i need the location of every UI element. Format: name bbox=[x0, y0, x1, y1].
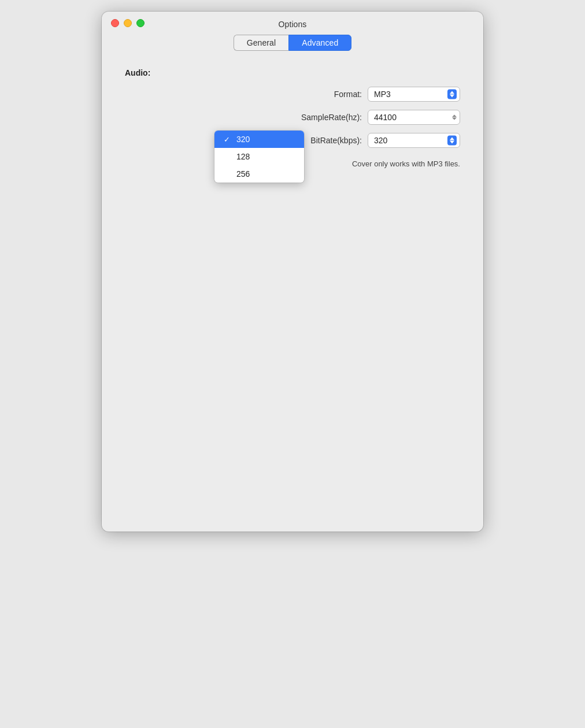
window-title: Options bbox=[279, 20, 307, 29]
bitrate-option-128[interactable]: 128 bbox=[214, 148, 304, 165]
bitrate-dropdown-menu[interactable]: ✓ 320 128 256 bbox=[214, 131, 304, 183]
minimize-button[interactable] bbox=[124, 19, 132, 27]
cover-note: Cover only works with MP3 files. bbox=[352, 159, 460, 168]
bitrate-option-256[interactable]: 256 bbox=[214, 165, 304, 183]
title-bar: Options bbox=[102, 12, 483, 35]
bitrate-select-wrapper: 320 128 256 bbox=[368, 133, 460, 148]
samplerate-label: SampleRate(hz): bbox=[301, 113, 362, 122]
check-icon: ✓ bbox=[224, 135, 233, 144]
samplerate-row: SampleRate(hz): 22050 44100 48000 bbox=[125, 110, 460, 125]
bitrate-select[interactable]: 320 128 256 bbox=[368, 133, 460, 148]
traffic-lights bbox=[111, 19, 145, 27]
content-area: Audio: Format: MP3 AAC WAV SampleRate(hz… bbox=[102, 62, 483, 188]
samplerate-select-wrapper: 22050 44100 48000 bbox=[368, 110, 460, 125]
format-label: Format: bbox=[334, 90, 362, 99]
format-select[interactable]: MP3 AAC WAV bbox=[368, 87, 460, 102]
options-window: Options General Advanced Audio: Format: … bbox=[102, 12, 483, 532]
maximize-button[interactable] bbox=[136, 19, 145, 27]
bitrate-option-320[interactable]: ✓ 320 bbox=[214, 131, 304, 148]
audio-section-label: Audio: bbox=[125, 68, 460, 77]
tab-advanced[interactable]: Advanced bbox=[288, 35, 351, 51]
close-button[interactable] bbox=[111, 19, 119, 27]
tab-general[interactable]: General bbox=[234, 35, 289, 51]
format-select-wrapper: MP3 AAC WAV bbox=[368, 87, 460, 102]
format-row: Format: MP3 AAC WAV bbox=[125, 87, 460, 102]
tab-bar: General Advanced bbox=[102, 35, 483, 51]
bitrate-label: BitRate(kbps): bbox=[310, 136, 362, 145]
samplerate-select[interactable]: 22050 44100 48000 bbox=[368, 110, 460, 125]
